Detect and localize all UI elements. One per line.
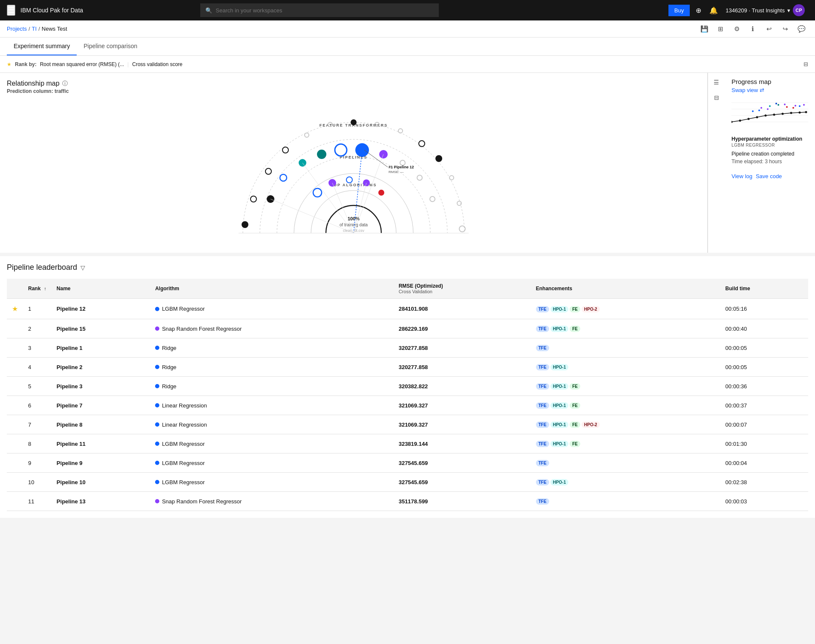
rank-by-bar: ★ Rank by: Root mean squared error (RMSE… [0, 56, 815, 73]
table-row[interactable]: 4 Pipeline 2 Ridge 320277.858 TFEHPO-1 0… [7, 358, 808, 377]
svg-point-16 [435, 155, 442, 162]
sliders-icon-btn[interactable]: ⊟ [711, 92, 723, 104]
add-icon-btn[interactable]: ⊕ [691, 3, 705, 17]
table-row[interactable]: 2 Pipeline 15 Snap Random Forest Regress… [7, 319, 808, 338]
nav-right: Buy ⊕ 🔔 1346209 · Trust Insights ▾ CP [668, 3, 808, 17]
enhancements-cell: TFEHPO-1FE [531, 396, 720, 415]
name-cell: Pipeline 7 [52, 396, 150, 415]
info-icon-btn[interactable]: ℹ [746, 22, 760, 36]
build-time-cell: 00:00:03 [720, 492, 808, 511]
table-row[interactable]: 11 Pipeline 13 Snap Random Forest Regres… [7, 492, 808, 511]
settings-icon-btn[interactable]: ⚙ [730, 22, 743, 36]
build-time-cell: 00:00:05 [720, 338, 808, 358]
tab-experiment-summary[interactable]: Experiment summary [7, 38, 77, 55]
right-panel: ☰ ⊟ Progress map Swap view ⇄ [707, 73, 815, 253]
pipeline-table: Rank ↑ Name Algorithm RMSE (Optimized) C… [7, 279, 808, 511]
build-time-cell: 00:00:07 [720, 415, 808, 434]
svg-point-71 [803, 104, 805, 106]
rank-cell: 6 [23, 396, 52, 415]
list-view-icon-btn[interactable]: ☰ [711, 76, 723, 88]
compare-icon-btn[interactable]: ⊞ [714, 22, 727, 36]
sort-icon[interactable]: ↑ [44, 286, 46, 291]
table-row[interactable]: 6 Pipeline 7 Linear Regression 321069.32… [7, 396, 808, 415]
chevron-down-icon: ▾ [787, 7, 790, 14]
build-time-cell: 00:00:04 [720, 453, 808, 473]
projects-link[interactable]: Projects [7, 26, 27, 32]
svg-point-66 [767, 108, 769, 110]
breadcrumb-sep-1: / [29, 26, 30, 32]
redo-icon-btn[interactable]: ↪ [778, 22, 792, 36]
rel-map-info-icon[interactable]: ⓘ [62, 80, 68, 87]
table-row[interactable]: 8 Pipeline 11 LGBM Regressor 323819.144 … [7, 434, 808, 453]
notification-icon-btn[interactable]: 🔔 [707, 3, 720, 17]
rmse-cell: 321069.327 [394, 396, 531, 415]
svg-point-9 [282, 147, 288, 153]
tab-pipeline-comparison[interactable]: Pipeline comparison [77, 38, 144, 55]
build-time-cell: 00:00:36 [720, 377, 808, 396]
relationship-map-section: Relationship map ⓘ Prediction column: tr… [0, 73, 707, 253]
ti-link[interactable]: TI [32, 26, 37, 32]
algo-dot [155, 384, 159, 388]
star-cell: ★ [7, 299, 23, 319]
th-star [7, 279, 23, 299]
algo-dot [155, 499, 159, 503]
rel-map-title-text: Relationship map [7, 80, 60, 87]
badge-hpo-1: HPO-1 [550, 383, 569, 390]
svg-text:#1 Pipeline 12: #1 Pipeline 12 [389, 165, 414, 169]
algorithm-cell: Linear Regression [150, 415, 394, 434]
algo-dot [155, 365, 159, 369]
rmse-cell: 321069.327 [394, 415, 531, 434]
rmse-cell: 320382.822 [394, 377, 531, 396]
progress-graph-svg [731, 98, 808, 130]
svg-point-69 [792, 107, 794, 109]
svg-point-54 [773, 114, 775, 116]
star-cell [7, 453, 23, 473]
star-cell [7, 319, 23, 338]
table-row[interactable]: 5 Pipeline 3 Ridge 320382.822 TFEHPO-1FE… [7, 377, 808, 396]
buy-button[interactable]: Buy [668, 5, 690, 16]
rank-cell: 1 [23, 299, 52, 319]
algo-name: Ridge [162, 345, 176, 351]
svg-text:TOP ALGORITHMS: TOP ALGORITHMS [331, 183, 377, 187]
algorithm-cell: Linear Regression [150, 396, 394, 415]
badge-tfe: TFE [536, 441, 549, 447]
svg-text:of training data: of training data [340, 222, 368, 227]
save-icon-btn[interactable]: 💾 [697, 22, 711, 36]
star-cell [7, 473, 23, 492]
table-row[interactable]: 3 Pipeline 1 Ridge 320277.858 TFE 00:00:… [7, 338, 808, 358]
badge-tfe: TFE [536, 345, 549, 351]
algo-name: Snap Random Forest Regressor [162, 326, 242, 332]
th-name: Name [52, 279, 150, 299]
tabs-bar: Experiment summary Pipeline comparison [0, 38, 815, 56]
starred-icon: ★ [12, 305, 18, 312]
star-cell [7, 338, 23, 358]
name-cell: Pipeline 11 [52, 434, 150, 453]
pipeline-status: Pipeline creation completed [731, 151, 808, 157]
swap-view-icon: ⇄ [760, 87, 764, 93]
badge-fe: FE [570, 383, 580, 390]
filter-button[interactable]: ⊟ [803, 61, 808, 67]
hamburger-menu[interactable]: ☰ [7, 5, 15, 16]
leaderboard-filter-icon[interactable]: ▽ [81, 264, 85, 271]
user-menu[interactable]: 1346209 · Trust Insights ▾ CP [722, 4, 808, 16]
relationship-map-svg: FEATURE TRANSFORMERS PIPELINES TOP ALGOR… [230, 105, 477, 242]
build-time-cell: 00:05:16 [720, 299, 808, 319]
table-row[interactable]: 7 Pipeline 8 Linear Regression 321069.32… [7, 415, 808, 434]
panel-actions: View log Save code [731, 170, 808, 183]
undo-icon-btn[interactable]: ↩ [762, 22, 776, 36]
swap-view-link[interactable]: Swap view ⇄ [731, 87, 808, 93]
table-row[interactable]: 9 Pipeline 9 LGBM Regressor 327545.659 T… [7, 453, 808, 473]
view-log-link[interactable]: View log [731, 173, 752, 179]
chat-icon-btn[interactable]: 💬 [795, 22, 808, 36]
rank-cell: 11 [23, 492, 52, 511]
svg-point-21 [280, 174, 287, 181]
table-row[interactable]: 10 Pipeline 10 LGBM Regressor 327545.659… [7, 473, 808, 492]
search-input[interactable] [216, 7, 434, 14]
svg-point-15 [419, 141, 425, 147]
rmse-cell: 327545.659 [394, 473, 531, 492]
save-code-link[interactable]: Save code [756, 173, 782, 179]
search-bar[interactable]: 🔍 [200, 3, 439, 17]
table-row[interactable]: ★ 1 Pipeline 12 LGBM Regressor 284101.90… [7, 299, 808, 319]
svg-point-60 [760, 107, 762, 109]
enhancements-cell: TFE [531, 338, 720, 358]
